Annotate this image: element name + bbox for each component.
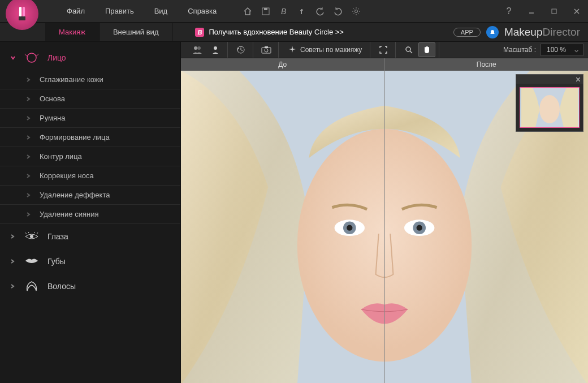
svg-rect-9	[552, 9, 556, 14]
chevron-right-icon	[26, 212, 32, 217]
facebook-icon[interactable]: f	[297, 6, 307, 16]
chevron-right-icon	[26, 154, 32, 160]
zoom-select[interactable]: 100 %	[541, 44, 583, 56]
svg-point-14	[214, 46, 217, 50]
before-label: До	[181, 58, 385, 71]
chevron-right-icon	[26, 115, 32, 121]
main-menu: Файл Править Вид Справка	[57, 3, 227, 19]
tab-look[interactable]: Внешний вид	[100, 23, 173, 41]
before-after-labels: До После	[181, 58, 588, 71]
workarea: Советы по макияжу Масштаб : 100 % До Пос…	[181, 42, 588, 383]
hair-icon	[24, 281, 40, 292]
undo-icon[interactable]	[315, 6, 325, 16]
sub-face-contour[interactable]: Контур лица	[0, 147, 180, 166]
sub-shine-removal[interactable]: Удаление сияния	[0, 205, 180, 224]
notifications-icon[interactable]	[486, 26, 499, 38]
zoom-label: Масштаб :	[503, 46, 536, 54]
tab-makeup[interactable]: Макияж	[45, 23, 100, 41]
compare-divider[interactable]	[384, 71, 385, 383]
svg-point-12	[194, 46, 197, 50]
chevron-right-icon	[10, 259, 16, 264]
chevron-down-icon	[10, 55, 16, 61]
sparkle-icon	[288, 45, 297, 54]
makeup-tips-button[interactable]: Советы по макияжу	[283, 45, 366, 54]
sidebar: Лицо Сглаживание кожи Основа Румяна Форм…	[0, 42, 181, 383]
category-lips[interactable]: Губы	[0, 249, 180, 274]
category-hair[interactable]: Волосы	[0, 274, 180, 299]
svg-point-13	[197, 46, 201, 50]
promo-b-icon: B	[195, 28, 204, 37]
category-eyes[interactable]: Глаза	[0, 224, 180, 249]
svg-point-11	[30, 235, 33, 238]
menu-view[interactable]: Вид	[144, 3, 178, 19]
zoom-icon[interactable]	[400, 42, 417, 57]
svg-point-28	[417, 225, 422, 231]
svg-text:f: f	[300, 7, 303, 16]
maximize-button[interactable]	[543, 3, 565, 20]
svg-point-17	[265, 49, 268, 52]
minimize-button[interactable]	[520, 3, 543, 20]
pan-hand-icon[interactable]	[418, 42, 435, 57]
svg-rect-18	[265, 46, 268, 48]
sub-nose-correction[interactable]: Коррекция носа	[0, 166, 180, 186]
settings-icon[interactable]	[351, 6, 361, 16]
navigator-panel: ×	[516, 74, 583, 132]
after-label: После	[385, 58, 589, 71]
window-controls: ?	[498, 3, 588, 20]
app-logo	[6, 0, 38, 30]
navigator-thumbnail[interactable]	[520, 87, 580, 128]
canvas[interactable]: ×	[181, 71, 588, 383]
home-icon[interactable]	[243, 6, 253, 16]
canvas-toolbar: Советы по макияжу Масштаб : 100 %	[181, 42, 588, 58]
camera-icon[interactable]	[258, 42, 275, 57]
chevron-right-icon	[10, 283, 16, 289]
svg-point-19	[406, 47, 410, 51]
main-tabs: Макияж Внешний вид	[45, 23, 172, 41]
svg-rect-1	[23, 7, 25, 16]
category-face-label: Лицо	[47, 53, 66, 62]
close-button[interactable]	[565, 3, 588, 20]
menu-file[interactable]: Файл	[57, 3, 95, 19]
zoom-control: Масштаб : 100 %	[503, 44, 583, 56]
svg-point-10	[27, 53, 36, 62]
category-face[interactable]: Лицо	[0, 45, 180, 70]
svg-rect-0	[19, 7, 21, 16]
app-title: MakeupDirector	[504, 26, 580, 38]
svg-point-30	[539, 95, 560, 123]
sub-blemish-removal[interactable]: Удаление деффекта	[0, 186, 180, 205]
menu-edit[interactable]: Править	[95, 3, 144, 19]
sub-skin-smoothing[interactable]: Сглаживание кожи	[0, 70, 180, 89]
title-icon-row: B f	[243, 6, 361, 16]
app-button[interactable]: APP	[453, 28, 481, 37]
category-lips-label: Губы	[47, 257, 66, 266]
sub-foundation[interactable]: Основа	[0, 89, 180, 109]
single-person-icon[interactable]	[207, 42, 224, 57]
help-button[interactable]: ?	[498, 3, 520, 20]
save-icon[interactable]	[261, 6, 271, 16]
secondbar: Макияж Внешний вид B Получить вдохновени…	[0, 23, 588, 42]
main: Лицо Сглаживание кожи Основа Румяна Форм…	[0, 42, 588, 383]
chevron-right-icon	[10, 234, 16, 239]
navigator-close-icon[interactable]: ×	[516, 75, 583, 84]
titlebar: Файл Править Вид Справка B f ?	[0, 0, 588, 23]
chevron-right-icon	[26, 96, 32, 102]
history-icon[interactable]	[232, 42, 249, 57]
redo-icon[interactable]	[333, 6, 343, 16]
sub-blush[interactable]: Румяна	[0, 109, 180, 128]
beauty-b-icon[interactable]: B	[279, 6, 289, 16]
people-icon[interactable]	[189, 42, 206, 57]
category-eyes-label: Глаза	[47, 232, 68, 241]
svg-text:B: B	[281, 7, 286, 16]
svg-point-7	[355, 10, 358, 12]
svg-line-20	[410, 51, 412, 53]
menu-help[interactable]: Справка	[178, 3, 227, 19]
sub-face-shaping[interactable]: Формирование лица	[0, 128, 180, 147]
canvas-wrap: До После	[181, 58, 588, 383]
promo-link[interactable]: B Получить вдохновение Beauty Circle >>	[195, 28, 343, 37]
svg-rect-4	[264, 8, 267, 10]
chevron-right-icon	[26, 77, 32, 83]
lips-icon	[24, 256, 40, 267]
fullscreen-icon[interactable]	[375, 42, 392, 57]
chevron-right-icon	[26, 192, 32, 198]
face-icon	[24, 52, 40, 63]
